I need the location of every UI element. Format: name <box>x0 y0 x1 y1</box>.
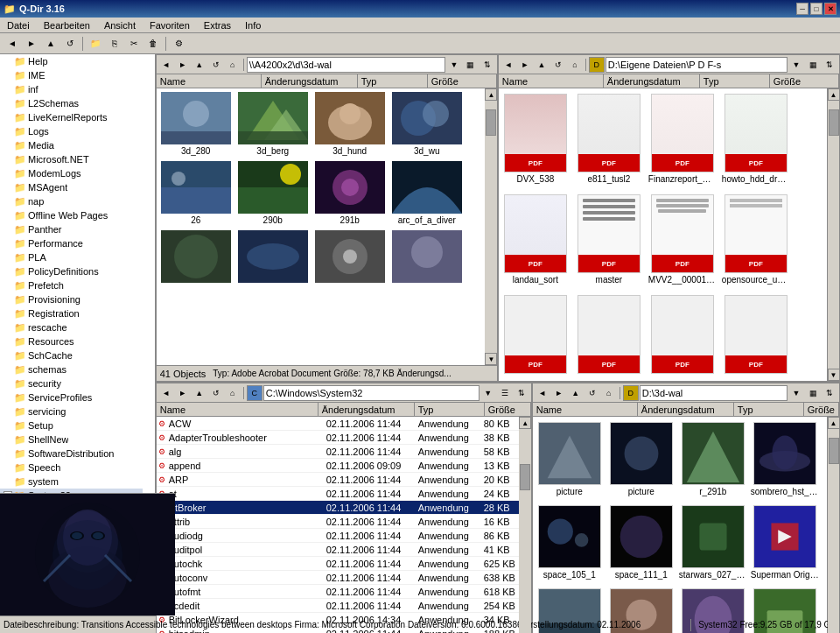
pdf-e811[interactable]: PDF e811_tusl2 <box>574 90 644 187</box>
bl-sort[interactable]: ⇅ <box>514 385 529 401</box>
tree-item-registration[interactable]: 📁 Registration <box>0 306 143 320</box>
pdf-mvv2[interactable]: PDF MVV2__000011a3 <box>648 191 718 288</box>
bl-home[interactable]: ⌂ <box>225 385 241 401</box>
tree-item-serviceprofiles[interactable]: 📁 ServiceProfiles <box>0 390 143 404</box>
thumb-r2[interactable] <box>235 229 311 286</box>
pdf-howto[interactable]: PDF howto_hdd_drea... <box>721 90 791 187</box>
vscroll-up[interactable]: ▲ <box>519 417 531 429</box>
tl-back[interactable]: ◄ <box>158 57 174 73</box>
file-at[interactable]: ⚙ at 02.11.2006 11:44 Anwendung 24 KB <box>157 487 519 501</box>
file-alg[interactable]: ⚙ alg 02.11.2006 11:44 Anwendung 58 KB <box>157 445 519 459</box>
bl-forward[interactable]: ► <box>175 385 191 401</box>
tree-item-performance[interactable]: 📁 Performance <box>0 236 143 250</box>
jpg-space105[interactable]: space_105_1 <box>535 502 605 583</box>
br-refresh[interactable]: ↺ <box>584 385 600 401</box>
col-size[interactable]: Größe <box>428 74 497 88</box>
tr-back[interactable]: ◄ <box>500 57 516 73</box>
bl-col-name[interactable]: Name <box>157 403 318 416</box>
tl-sort[interactable]: ⇅ <box>480 57 495 73</box>
tree-item-media[interactable]: 📁 Media <box>0 138 143 152</box>
thumb-3dwu[interactable]: 3d_wu <box>389 90 465 158</box>
tree-item-speech[interactable]: 📁 Speech <box>0 461 143 475</box>
vscroll-up[interactable]: ▲ <box>828 417 840 429</box>
thumb-arc[interactable]: arc_of_a_diver <box>389 159 465 227</box>
toolbar-up[interactable]: ▲ <box>42 35 60 53</box>
br-col-date[interactable]: Änderungsdatum <box>638 403 734 416</box>
vscroll-down[interactable]: ▼ <box>485 353 497 365</box>
pdf-master[interactable]: PDF master <box>574 191 644 288</box>
tree-item-softdist[interactable]: 📁 SoftwareDistribution <box>0 447 143 461</box>
bl-refresh[interactable]: ↺ <box>208 385 224 401</box>
tree-item-policydefs[interactable]: 📁 PolicyDefinitions <box>0 264 143 278</box>
tree-item-pla[interactable]: 📁 PLA <box>0 250 143 264</box>
tr-up[interactable]: ▲ <box>534 57 550 73</box>
pdf-finanz[interactable]: PDF Finanzreport_Nr[1... <box>648 90 718 187</box>
tr-col-date[interactable]: Änderungsdatum <box>604 74 700 88</box>
tl-dropdown[interactable]: ▼ <box>446 57 462 73</box>
thumb-26[interactable]: 26 <box>158 159 234 227</box>
tree-item-schemas[interactable]: 📁 schemas <box>0 362 143 376</box>
top-right-vscroll[interactable]: ▲ ▼ <box>827 88 839 381</box>
bottom-left-vscroll[interactable]: ▲ ▼ <box>519 417 531 633</box>
br-col-name[interactable]: Name <box>533 403 638 416</box>
jpg-picture2[interactable]: picture <box>606 418 676 500</box>
bl-dropdown[interactable]: ▼ <box>480 385 496 401</box>
menu-extras[interactable]: Extras <box>200 19 234 32</box>
pdf-r2[interactable]: PDF <box>574 292 644 379</box>
thumb-r3[interactable] <box>312 229 388 286</box>
bl-col-date[interactable]: Änderungsdatum <box>318 403 415 416</box>
br-view[interactable]: ▦ <box>805 385 821 401</box>
bottom-right-path[interactable]: D:\3d-wal <box>640 385 788 401</box>
tree-item-resources[interactable]: 📁 Resources <box>0 334 143 348</box>
bl-view[interactable]: ☰ <box>497 385 513 401</box>
file-acw[interactable]: ⚙ ACW 02.11.2006 11:44 Anwendung 80 KB <box>157 417 519 431</box>
file-attrib[interactable]: ⚙ attrib 02.11.2006 11:44 Anwendung 16 K… <box>157 515 519 529</box>
bottom-right-vscroll[interactable]: ▲ ▼ <box>827 417 839 633</box>
file-bcdedit[interactable]: ⚙ bcdedit 02.11.2006 11:44 Anwendung 254… <box>157 599 519 613</box>
pdf-dvx[interactable]: PDF DVX_538 <box>500 90 570 187</box>
tree-item-l2schemas[interactable]: 📁 L2Schemas <box>0 96 143 110</box>
bl-up[interactable]: ▲ <box>192 385 207 401</box>
tree-item-rescache[interactable]: 📁 rescache <box>0 320 143 334</box>
thumb-290b[interactable]: 290b <box>235 159 311 227</box>
br-home[interactable]: ⌂ <box>601 385 617 401</box>
bottom-left-path[interactable]: C:\Windows\System32 <box>263 385 480 401</box>
bl-col-size[interactable]: Größe <box>485 403 531 416</box>
br-col-type[interactable]: Typ <box>734 403 804 416</box>
tree-item-nap[interactable]: 📁 nap <box>0 194 143 208</box>
file-append[interactable]: ⚙ append 02.11.2006 09:09 Anwendung 13 K… <box>157 459 519 473</box>
tree-item-security[interactable]: 📁 security <box>0 376 143 390</box>
tl-home[interactable]: ⌂ <box>225 57 241 73</box>
tree-item-modemlogs[interactable]: 📁 ModemLogs <box>0 166 143 180</box>
tr-forward[interactable]: ► <box>517 57 533 73</box>
tr-view[interactable]: ▦ <box>805 57 821 73</box>
pdf-r1[interactable]: PDF <box>500 292 570 379</box>
thumb-r1[interactable] <box>158 229 234 286</box>
jpg-sombrero[interactable]: sombrero_hst_big <box>750 418 820 500</box>
toolbar-move[interactable]: ✂ <box>125 35 143 53</box>
jpg-r291b[interactable]: r_291b <box>678 418 748 500</box>
tree-item-setup[interactable]: 📁 Setup <box>0 418 143 433</box>
tree-item-ime[interactable]: 📁 IME <box>0 68 143 82</box>
tree-item-msagent[interactable]: 📁 MSAgent <box>0 180 143 194</box>
file-autoconv[interactable]: ⚙ autoconv 02.11.2006 11:44 Anwendung 63… <box>157 571 519 585</box>
jpg-space111[interactable]: space_111_1 <box>606 502 676 583</box>
menu-favoriten[interactable]: Favoriten <box>146 19 193 32</box>
tl-forward[interactable]: ► <box>175 57 191 73</box>
tree-item-schcache[interactable]: 📁 SchCache <box>0 348 143 362</box>
jpg-superman[interactable]: Superman Original <box>750 502 820 583</box>
col-name[interactable]: Name <box>157 74 262 88</box>
toolbar-refresh[interactable]: ↺ <box>61 35 79 53</box>
vscroll-thumb[interactable] <box>829 109 839 136</box>
menu-ansicht[interactable]: Ansicht <box>101 19 139 32</box>
br-back[interactable]: ◄ <box>535 385 550 401</box>
toolbar-back[interactable]: ◄ <box>4 35 21 53</box>
toolbar-copy[interactable]: ⎘ <box>106 35 123 53</box>
pdf-r3[interactable]: PDF <box>648 292 718 379</box>
thumb-3dhund[interactable]: 3d_hund <box>312 90 388 158</box>
vscroll-thumb[interactable] <box>520 464 530 490</box>
thumb-3d280[interactable]: 3d_280 <box>158 90 234 158</box>
tr-col-size[interactable]: Größe <box>770 74 839 88</box>
thumb-r4[interactable] <box>389 229 465 286</box>
tr-col-name[interactable]: Name <box>499 74 604 88</box>
